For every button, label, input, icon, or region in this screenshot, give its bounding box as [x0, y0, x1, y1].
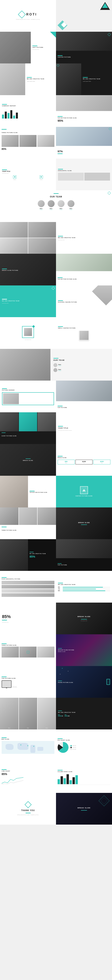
slide-thank-you: THANK YOU PRESENTATION TEMPLATE	[0, 793, 56, 825]
slide-gasr7: GASR7 PICTURE SLIDE	[0, 412, 56, 444]
slide-creative-dark-3: WE ARE CREATIVE TEAM 85% 70%	[56, 698, 112, 729]
your-title-text: Lorem ipsum dolor	[2, 173, 54, 174]
break-2-label: BREAK SLIDE	[78, 522, 90, 523]
top-bottom-pct: 95%	[58, 119, 110, 122]
row-18: WE ARE CREATIVE TEAM 85% TOP PICTURE	[0, 539, 112, 571]
creative-2-text: Lorem ipsum dolor	[58, 239, 110, 240]
row-20: 85% Lorem ipsum dolor BREAK SLIDE Lorem …	[0, 603, 112, 634]
our-team-2-label: OUR TEAM	[53, 359, 109, 361]
three-3-label: THREE PICTURE SLIDE	[2, 644, 54, 646]
gasr7-label: GASR7 PICTURE SLIDE	[2, 435, 17, 436]
creative-label: WE ARE CREATIVE TEAM	[27, 78, 54, 80]
four-horiz-label: FOUR HORIZONTAL PICTURE	[2, 578, 54, 580]
break-dark-2-label: BREAK SLIDE	[77, 616, 90, 618]
line-chart-svg	[2, 776, 24, 785]
row-9: BREAK SLIDE PICTURE TOP BOTTOM PICTURE S…	[0, 254, 112, 285]
break-final-label: BREAK SLIDE	[77, 807, 90, 809]
mockup-dark-label: MOCKUP SLIDE PICTURE	[58, 649, 110, 651]
slide-horizontal: HORIZONTAL SLIDE	[56, 159, 112, 190]
horizontal-label: HORIZONTAL SLIDE	[58, 170, 110, 172]
creative-dark-2-label: WE ARE CREATIVE TEAM	[30, 553, 54, 554]
slide-left-picture: LEFT PICTURE Lorem ipsum dolor	[0, 32, 56, 64]
creative-dark-3-label: WE ARE CREATIVE TEAM	[58, 712, 110, 713]
slide-three-2: THREE PICTURE SLIDE	[0, 508, 56, 539]
tab-picture-label: TAB PICTURE SLIDE	[2, 678, 54, 679]
row-19: FOUR HORIZONTAL PICTURE WE ARE CREATIVE …	[0, 571, 112, 603]
break-slide-label-2: BREAK SLIDE	[58, 651, 110, 652]
slide-your-title: YOUR TITLE Lorem ipsum dolor Feature Fea…	[0, 159, 56, 190]
slide-mockup-dark: MOCKUP SLIDE PICTURE BREAK SLIDE	[56, 634, 112, 666]
bright-sq-text: Lorem ipsum dolor	[25, 339, 31, 340]
brand-tagline: Presentation Template	[16, 19, 40, 20]
slide-break-dark: BREAK SLIDE	[0, 444, 56, 476]
slide-diagonal-square: DIAGONAL SQUARE PICTURE	[56, 285, 112, 317]
center-label: CENTER PICTURE	[58, 56, 110, 58]
slide-geometric	[56, 0, 112, 32]
row-23: Name Name Name WE ARE CREATIVE TEAM 85%	[0, 698, 112, 729]
row-25: LINE CHART 85% COLUMN CHART SLIDE	[0, 761, 112, 793]
slide-creative-dark: WE ARE CREATIVE TEAM Lorem ipsum dolor	[56, 64, 112, 95]
left-picture-label: LEFT PICTURE	[32, 47, 54, 48]
line-chart-label: LINE CHART	[2, 770, 54, 772]
row-24: MAP SLIDE PIE CHART SLIDE	[0, 729, 112, 761]
slide-your-title-2: YOUR TITLE Lorem ipsum dolor sit amet co…	[56, 412, 112, 444]
top-bottom-label: TOP BOTTOM PICTURE SLIDE	[58, 117, 110, 119]
slide-break-picture: BREAK SLIDE PICTURE	[0, 254, 56, 285]
your-title-2-label: YOUR TITLE	[58, 427, 110, 429]
slide-pie-chart: PIE CHART SLIDE 65% Label 20% Label 15% …	[56, 729, 112, 761]
slide-break-2: BREAK SLIDE	[56, 508, 112, 539]
small-center-label: SMALL CENTER PICTURE	[58, 328, 110, 329]
map-label: MAP SLIDE	[2, 738, 54, 740]
row-17: THREE PICTURE SLIDE BREAK SLIDE	[0, 508, 112, 539]
row-3: WE ARE CREATIVE TEAM Lorem ipsum dolor W…	[0, 64, 112, 95]
top-bottom-2-label: TOP BOTTOM PICTURE SLIDE	[58, 278, 110, 280]
slide-center-dark: CENTER PICTURE	[56, 32, 112, 64]
three-2-label: THREE PICTURE SLIDE	[2, 530, 16, 531]
slide-logo: ROTI Presentation Template	[0, 0, 56, 32]
row-10: WE ARE CREATIVE TEAM Lorem ipsum dolor D…	[0, 285, 112, 317]
column-chart-label: COLUMN CHART SLIDE	[58, 771, 110, 772]
our-team-label: OUR TEAM	[50, 196, 62, 198]
page-container: ROTI Presentation Template	[0, 0, 112, 825]
row-5: THREE PICTURE SLIDE 85% 97%	[0, 127, 112, 159]
creative-dark-label: WE ARE CREATIVE TEAM	[83, 78, 110, 80]
thank-you-sub: PRESENTATION TEMPLATE	[17, 814, 38, 816]
slide-price: PRICE SLIDE $99 Basic $199 Pro $299 Elit…	[56, 444, 112, 476]
85-text: Lorem ipsum dolor	[2, 622, 54, 623]
row-14: GASR7 PICTURE SLIDE YOUR TITLE Lorem ips…	[0, 412, 112, 444]
phone-picture-label: PHONE PICTURE SLIDE	[58, 682, 110, 683]
slide-map: MAP SLIDE	[0, 729, 56, 761]
pct-97: 97%	[58, 150, 110, 153]
slide-top-bottom-2: TOP BOTTOM PICTURE SLIDE	[56, 254, 112, 285]
row-7: OUR TEAM Name Position Name Position	[0, 190, 112, 222]
row-12: OUR TEAM Name Position Name	[0, 349, 112, 380]
slide-creative-light: WE ARE CREATIVE TEAM Lorem ipsum dolor	[0, 64, 56, 95]
slide-break-dark-2: BREAK SLIDE Lorem ipsum dolor	[56, 603, 112, 634]
pct-85-dark: 85%	[30, 555, 54, 558]
slide-our-team-2: OUR TEAM Name Position Name	[0, 349, 112, 380]
slide-line-chart: LINE CHART 85%	[0, 761, 56, 793]
slide-four-horiz: FOUR HORIZONTAL PICTURE	[0, 571, 56, 603]
slide-small-center: SMALL CENTER PICTURE	[56, 317, 112, 349]
your-title-2-text: Lorem ipsum dolor sit amet consectetur	[58, 430, 110, 431]
row-11: Lorem ipsum dolor SMALL CENTER PICTURE	[0, 317, 112, 349]
creative-dark-text: Lorem ipsum dolor	[83, 81, 110, 82]
left-picture-text: Lorem ipsum dolor	[32, 49, 54, 50]
pie-chart-label: PIE CHART SLIDE	[58, 740, 110, 741]
slide-four-picture	[0, 222, 56, 254]
thank-you-label: THANK YOU	[21, 809, 35, 812]
slide-97-pct: 97%	[56, 127, 112, 159]
row-21: THREE PICTURE SLIDE MOCKUP SLIDE PICTURE…	[0, 634, 112, 666]
creative-2-label: WE ARE CREATIVE TEAM	[58, 237, 110, 239]
row-13: PICTURE BORDER TOP PICTURE	[0, 380, 112, 412]
break-picture-label: BREAK SLIDE PICTURE	[2, 270, 54, 271]
three-pct: 85%	[2, 148, 54, 150]
slide-creative-5: WE ARE CREATIVE TEAM 85% 70% 90%	[56, 571, 112, 603]
slide-top-picture: TOP PICTURE	[56, 380, 112, 412]
row-2: LEFT PICTURE Lorem ipsum dolor CENTER PI…	[0, 32, 112, 64]
price-label: PRICE SLIDE	[58, 457, 110, 458]
slide-break-final: BREAK SLIDE	[56, 793, 112, 825]
slide-phone-picture: PHONE PICTURE SLIDE	[56, 666, 112, 698]
break-dark-2-text: Lorem ipsum dolor	[81, 620, 87, 621]
slide-bright-square: Lorem ipsum dolor	[0, 317, 56, 349]
